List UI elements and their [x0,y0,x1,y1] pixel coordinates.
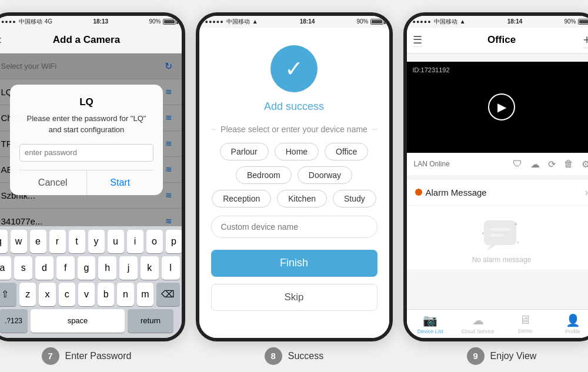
kb-space-key[interactable]: space [31,309,125,333]
start-button[interactable]: Start [87,170,154,195]
tab-demo[interactable]: 🖥 Demo [502,313,549,334]
chip-study[interactable]: Study [333,190,376,207]
kb-key-s[interactable]: s [14,256,32,280]
success-screen: ✓ Add success Please select or enter you… [199,28,389,338]
svg-rect-2 [490,228,511,231]
delete-icon[interactable]: 🗑 [564,159,573,169]
success-title: Add success [264,100,324,113]
demo-icon: 🖥 [519,313,531,327]
kb-key-v[interactable]: v [78,283,95,306]
screens-container: ●●●●● 中国移动 4G 18:13 90% ‹ Add a Camera S… [0,12,588,341]
chip-parlour[interactable]: Parlour [220,143,269,160]
alarm-dot-icon [415,189,422,196]
camera-actions: 🛡 ☁ ⟳ 🗑 ⚙ [513,159,589,170]
add-button-9[interactable]: + [583,32,588,48]
kb-key-i[interactable]: i [127,230,143,253]
kb-key-m[interactable]: m [137,283,153,306]
kb-key-j[interactable]: j [119,256,138,280]
wifi-list-screen: Select your WiFi ↻ LQ ≋ ChinaN... ≋ TPGu… [0,53,182,226]
step-text-9: Enjoy View [490,351,537,361]
network-7: 4G [45,18,52,25]
alarm-arrow-icon[interactable]: › [585,186,589,199]
password-dialog-overlay: LQ Please enter the password for "LQ" an… [0,53,182,226]
step-text-8: Success [288,351,323,361]
wifi-icon-9: ▲ [460,18,466,25]
battery-percent-7: 90% [149,18,161,25]
select-device-label: Please select or enter your device name [220,123,368,136]
status-bar-7: ●●●●● 中国移动 4G 18:13 90% [0,16,182,28]
svg-rect-0 [484,220,516,245]
signal-dots-9: ●●●●● [413,19,432,25]
chip-office[interactable]: Office [325,143,368,160]
kb-key-h[interactable]: h [98,256,116,280]
chip-kitchen[interactable]: Kitchen [277,190,327,207]
kb-key-c[interactable]: c [59,283,75,306]
kb-key-z[interactable]: z [19,283,36,306]
battery-icon-7 [163,19,176,25]
cloud-icon[interactable]: ☁ [530,159,540,170]
kb-key-p[interactable]: p [166,230,182,253]
chip-home[interactable]: Home [275,143,319,160]
kb-key-k[interactable]: k [141,256,159,280]
kb-key-x[interactable]: x [39,283,55,306]
play-button[interactable]: ▶ [488,93,515,120]
share-icon[interactable]: ⟳ [548,159,556,170]
kb-key-e[interactable]: e [30,230,46,253]
kb-key-d[interactable]: d [35,256,54,280]
kb-key-g[interactable]: g [78,256,96,280]
nav-bar-7: ‹ Add a Camera [0,28,182,53]
custom-device-input[interactable] [211,216,377,238]
alarm-section: Alarm Message › ✦ [407,180,589,270]
cloud-service-icon: ☁ [472,313,484,327]
phone-screen-8: ●●●●● 中国移动 ▲ 18:14 90% ✓ Add success Ple… [196,12,393,341]
kb-key-f[interactable]: f [56,256,75,280]
kb-key-t[interactable]: t [69,230,85,253]
tab-demo-label: Demo [518,328,532,334]
dialog-title: LQ [19,96,153,108]
kb-key-r[interactable]: r [49,230,66,253]
tab-profile[interactable]: 👤 Profile [549,313,588,334]
password-input[interactable] [19,144,153,162]
phone-screen-9: ●●●●● 中国移动 ▲ 18:14 90% ☰ Office + ID: [403,12,589,341]
alarm-empty-state: ✦ ✦ ✦ No alarm message [407,206,589,270]
skip-button[interactable]: Skip [211,284,377,311]
kb-key-u[interactable]: u [108,230,124,253]
success-check-icon: ✓ [285,58,303,80]
kb-key-q[interactable]: q [0,230,8,253]
tab-cloud-label: Cloud Service [462,329,495,334]
chip-reception[interactable]: Reception [212,190,271,207]
finish-button[interactable]: Finish [211,250,377,277]
kb-key-w[interactable]: w [11,230,27,253]
menu-button-9[interactable]: ☰ [413,33,422,47]
kb-key-b[interactable]: b [98,283,114,306]
settings-icon[interactable]: ⚙ [582,159,589,170]
kb-key-l[interactable]: l [162,256,180,280]
back-button-7[interactable]: ‹ [0,32,2,48]
alarm-header: Alarm Message › [407,180,589,206]
camera-status-label: LAN Online [414,160,450,168]
alarm-title: Alarm Message [426,187,487,197]
dialog-buttons: Cancel Start [19,170,153,195]
success-circle: ✓ [270,45,318,92]
step-number-9: 9 [467,347,485,365]
nav-title-9: Office [487,34,516,46]
tab-cloud-service[interactable]: ☁ Cloud Service [454,313,502,334]
kb-key-y[interactable]: y [88,230,105,253]
chip-bedroom[interactable]: Bedroom [236,166,292,184]
kb-key-o[interactable]: o [146,230,163,253]
alarm-no-message: No alarm message [472,256,532,264]
chip-doorway[interactable]: Doorway [298,166,352,184]
carrier-7: 中国移动 [19,18,42,26]
kb-number-key[interactable]: .?123 [0,309,28,333]
kb-shift-key[interactable]: ⇧ [0,283,16,306]
kb-key-a[interactable]: a [0,256,11,280]
kb-return-key[interactable]: return [128,309,173,333]
kb-delete-key[interactable]: ⌫ [156,283,180,306]
kb-key-n[interactable]: n [117,283,133,306]
carrier-8: 中国移动 [226,18,250,26]
kb-row-4: .?123 space return [0,309,180,333]
tab-device-list[interactable]: 📷 Device List [407,313,455,334]
cancel-button[interactable]: Cancel [19,170,87,195]
time-8: 18:14 [300,18,315,25]
shield-icon[interactable]: 🛡 [513,159,522,169]
